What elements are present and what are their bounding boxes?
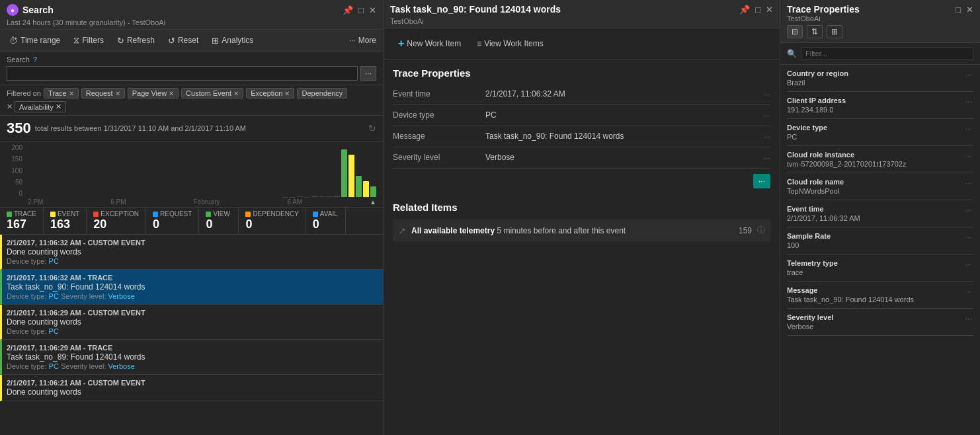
right-panel-window-controls: □ ✕ [956, 5, 973, 15]
more-btn[interactable]: ··· More [349, 36, 376, 45]
search-help-icon: ? [33, 56, 37, 63]
search-label: Search ? [7, 56, 376, 63]
right-filter-input[interactable] [801, 47, 973, 60]
related-title: Related Items [393, 202, 770, 213]
rprop-menu-samplerate[interactable]: ··· [963, 232, 973, 242]
rprop-menu-telemetrytype[interactable]: ··· [963, 259, 973, 269]
chart-wrapper: 200 150 100 50 0 ▲ 2 PM 6 PM February 6 … [0, 141, 383, 208]
rpv-clientip: 191.234.189.0 [787, 106, 963, 114]
left-title-row: ● Search 📌 □ ✕ [7, 4, 376, 16]
event-item-4[interactable]: 2/1/2017, 11:06:29 AM - TRACE Task task_… [0, 340, 383, 375]
search-input[interactable] [7, 66, 358, 81]
properties-table: Event time 2/1/2017, 11:06:32 AM ··· Dev… [384, 84, 780, 194]
remove-trace-filter[interactable]: ✕ [69, 90, 74, 97]
exception-dot [93, 212, 99, 217]
stat-view[interactable]: VIEW 0 [199, 208, 239, 234]
eventtime-menu[interactable]: ··· [763, 89, 770, 99]
devicetype-menu[interactable]: ··· [763, 110, 770, 120]
remove-availability-filter[interactable]: ✕ [56, 102, 61, 111]
rprop-menu-cloudrolename[interactable]: ··· [963, 178, 973, 188]
close-icon[interactable]: ✕ [369, 5, 376, 15]
left-title-group: ● Search [7, 4, 54, 16]
right-table-view-btn[interactable]: ⊟ [787, 25, 803, 38]
dependency-dot [245, 212, 251, 217]
event-2-message: Task task_no_90: Found 124014 words [7, 282, 376, 292]
middle-close-icon[interactable]: ✕ [766, 5, 773, 15]
stat-dependency[interactable]: DEPENDENCY 0 [239, 208, 306, 234]
prop-row-message: Message Task task_no_90: Found 124014 wo… [393, 126, 770, 147]
right-panel-title: Trace Properties [787, 4, 860, 15]
maximize-icon[interactable]: □ [358, 5, 364, 15]
event-item-2[interactable]: 2/1/2017, 11:06:32 AM - TRACE Task task_… [0, 270, 383, 305]
middle-pin-icon[interactable]: 📌 [739, 5, 750, 15]
rpv-devicetype: PC [787, 133, 963, 141]
rprop-menu-clientip[interactable]: ··· [963, 97, 973, 106]
related-telemetry-row[interactable]: ↗ All available telemetry 5 minutes befo… [393, 219, 770, 241]
event-5-header: 2/1/2017, 11:06:21 AM - CUSTOM EVENT [7, 379, 376, 387]
right-close-icon[interactable]: ✕ [966, 5, 973, 15]
remove-customevent-filter[interactable]: ✕ [233, 90, 239, 97]
severity-menu[interactable]: ··· [763, 153, 770, 163]
filter-tag-request[interactable]: Request ✕ [81, 88, 125, 99]
rprop-menu-countryregion[interactable]: ··· [963, 69, 973, 79]
middle-toolbar: + New Work Item ≡ View Work Items [384, 28, 780, 59]
stat-event[interactable]: EVENT 163 [44, 208, 87, 234]
remove-request-filter[interactable]: ✕ [115, 90, 120, 97]
search-submit-btn[interactable]: ··· [360, 66, 376, 81]
stat-trace[interactable]: TRACE 167 [0, 208, 44, 234]
rpv-message: Task task_no_90: Found 124014 words [787, 296, 963, 303]
event-3-header: 2/1/2017, 11:06:29 AM - CUSTOM EVENT [7, 309, 376, 317]
refresh-btn[interactable]: ↻ Refresh [114, 34, 157, 47]
rprop-menu-cloudroleinstance[interactable]: ··· [963, 151, 973, 161]
right-maximize-icon[interactable]: □ [956, 5, 961, 15]
stat-exception[interactable]: EXCEPTION 20 [87, 208, 146, 234]
analytics-btn[interactable]: ⊞ Analytics [209, 34, 256, 47]
rpk-countryregion: Country or region [787, 69, 963, 77]
right-prop-clientip: Client IP address 191.234.189.0 ··· [787, 92, 973, 119]
chart-triangle-right: ▲ [370, 198, 376, 206]
rprop-menu-devicetype[interactable]: ··· [963, 124, 973, 134]
rprop-menu-eventtime[interactable]: ··· [963, 205, 973, 215]
event-2-meta: Device type: PC Severity level: Verbose [7, 292, 376, 300]
event-item-5[interactable]: 2/1/2017, 11:06:21 AM - CUSTOM EVENT Don… [0, 375, 383, 401]
rprop-menu-message[interactable]: ··· [963, 286, 973, 296]
time-range-btn[interactable]: ⏱ Time range [7, 34, 63, 47]
rpk-samplerate: Sample Rate [787, 232, 963, 240]
rpk-eventtime: Event time [787, 205, 963, 213]
prop-row-eventtime: Event time 2/1/2017, 11:06:32 AM ··· [393, 84, 770, 105]
remove-exception-filter[interactable]: ✕ [284, 90, 290, 97]
remove-pageview-filter[interactable]: ✕ [169, 90, 174, 97]
remove-all-filter[interactable]: ✕ [7, 102, 13, 111]
middle-maximize-icon[interactable]: □ [755, 5, 760, 15]
reset-btn[interactable]: ↺ Reset [165, 34, 201, 47]
right-prop-samplerate: Sample Rate 100 ··· [787, 227, 973, 255]
message-menu[interactable]: ··· [763, 132, 770, 141]
new-work-item-btn[interactable]: + New Work Item [393, 35, 466, 52]
filter-tag-trace[interactable]: Trace ✕ [44, 88, 79, 99]
pin-icon[interactable]: 📌 [343, 5, 353, 15]
rpv-samplerate: 100 [787, 241, 963, 249]
event-item-1[interactable]: 2/1/2017, 11:06:32 AM - CUSTOM EVENT Don… [0, 235, 383, 270]
middle-panel: Task task_no_90: Found 124014 words 📌 □ … [384, 0, 780, 435]
right-grid-btn[interactable]: ⊞ [827, 25, 842, 38]
right-props-list: Country or region Brazil ··· Client IP a… [780, 65, 980, 435]
filter-tag-customevent[interactable]: Custom Event ✕ [181, 88, 243, 99]
filters-btn[interactable]: ⧖ Filters [71, 34, 106, 47]
event-4-header: 2/1/2017, 11:06:29 AM - TRACE [7, 344, 376, 352]
refresh-results-icon[interactable]: ↻ [368, 123, 376, 134]
event-item-3[interactable]: 2/1/2017, 11:06:29 AM - CUSTOM EVENT Don… [0, 305, 383, 340]
stat-avail[interactable]: AVAIL 0 [306, 208, 346, 234]
prop-key-eventtime: Event time [393, 89, 479, 99]
teal-more-btn[interactable]: ··· [753, 174, 770, 188]
right-sort-btn[interactable]: ⇅ [807, 25, 823, 38]
chart-x-labels: ▲ 2 PM 6 PM February 6 AM ▲ [7, 197, 376, 206]
stat-request[interactable]: REQUEST 0 [146, 208, 199, 234]
grid-icon: ⊞ [212, 36, 219, 46]
view-work-items-btn[interactable]: ≡ View Work Items [471, 36, 549, 51]
filter-tag-pageview[interactable]: Page View ✕ [128, 88, 179, 99]
filter-tag-exception[interactable]: Exception ✕ [246, 88, 294, 99]
rprop-menu-severity[interactable]: ··· [963, 313, 973, 323]
filter-tag-availability[interactable]: Availability ✕ [15, 101, 66, 112]
filter-tag-dependency[interactable]: Dependency [297, 88, 347, 99]
middle-section-title: Trace Properties [384, 59, 780, 84]
